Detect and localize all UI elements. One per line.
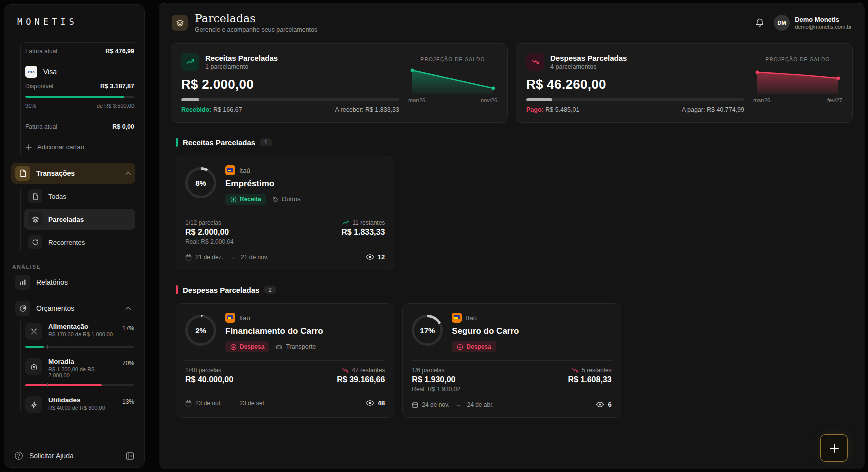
card-summary-panel: Fatura atual R$ 476,99 VISA Visa Disponí… [24,42,136,158]
sidebar-item-recorrentes[interactable]: Recorrentes [24,232,136,253]
sidebar-item-todas[interactable]: Todas [24,186,136,207]
divider [24,115,136,115]
add-installment-fab[interactable] [820,434,848,462]
budget-percent: 17% [122,323,134,332]
plus-icon [829,443,840,454]
real-amount: Real: R$ 1.930,02 [412,386,460,393]
section-count-badge: 1 [260,138,272,146]
layers-icon [28,212,42,226]
summary-card-despesas: Despesas Parceladas 4 parcelamentos R$ 4… [516,43,853,123]
fatura-value: R$ 476,99 [106,48,134,55]
budget-item-moradia[interactable]: Moradia R$ 1.200,00 de R$ 2.000,00 70% [24,354,136,392]
user-menu[interactable]: DM Demo Monetis demo@monetis.com.br [774,15,852,31]
views-count[interactable]: 6 [596,401,612,408]
sidebar-item-transacoes[interactable]: Transações [12,163,136,184]
budget-percent: 13% [122,396,134,405]
budget-name: Alimentação [48,323,113,330]
restantes-value: R$ 39.166,66 [337,375,385,384]
fatura2-value: R$ 0,00 [112,123,134,130]
budget-detail: R$ 170,00 de R$ 1.000,00 [48,331,113,337]
card-amount: R$ 1.930,00 [412,375,460,384]
sidebar-scroll-area[interactable]: Fatura atual R$ 476,99 VISA Visa Disponí… [4,37,144,444]
summary-paid: Recebido: R$ 166,67 [182,106,242,113]
limit-row: 91% de R$ 3.500,00 [24,100,136,112]
views-count[interactable]: 12 [366,253,385,261]
layers-icon [172,15,188,31]
date-range: 23 de out. → 23 de set. [186,399,266,407]
section-accent-bar [176,138,178,147]
sidebar-item-relatorios[interactable]: Relatórios [12,272,136,293]
section-header-receitas: Receitas Parceladas 1 [176,138,848,147]
x-axis-start: mar/26 [408,97,426,103]
add-card-label: Adicionar cartão [38,143,84,151]
sidebar-item-orcamentos[interactable]: Orçamentos [12,298,136,319]
sidebar-item-parceladas[interactable]: Parceladas [24,209,136,230]
summary-count: 1 parcelamento [206,63,278,70]
plus-icon [26,144,32,151]
budget-item-utilidades[interactable]: Utilidades R$ 40,00 de R$ 300,00 13% [24,392,136,414]
projection-chart-despesas: PROJEÇÃO DE SALDO mar/26 fev/27 [754,53,842,113]
available-label: Disponível [26,83,54,90]
add-card-button[interactable]: Adicionar cartão [24,135,136,158]
x-axis-end: fev/27 [828,97,842,103]
line-chart-red [754,66,842,95]
projection-label: PROJEÇÃO DE SALDO [408,57,498,62]
summary-paid: Pago: R$ 5.485,01 [526,106,580,113]
home-icon [26,358,42,375]
page-subtitle: Gerencie e acompanhe seus parcelamentos [195,26,318,33]
type-badge-despesa: Despesa [452,341,496,352]
despesas-card-grid: 2% Itaú Financiamento do Carro Despesa [176,303,848,418]
collapse-sidebar-icon[interactable] [126,452,134,460]
summary-total: R$ 46.260,00 [526,77,744,92]
page-header: Parceladas Gerencie e acompanhe seus par… [159,3,865,40]
utensils-icon [26,323,42,340]
app-logo: MONETIS [18,17,132,27]
budget-detail: R$ 40,00 de R$ 300,00 [48,405,106,411]
restantes-value: R$ 1.833,33 [342,228,385,237]
page-title: Parceladas [195,12,318,25]
type-badge-receita: Receita [226,194,266,205]
date-range: 24 de nov. → 24 de abr. [412,401,494,408]
date-range: 21 de dez. → 21 de nov. [186,253,268,261]
budget-name: Utilidades [48,396,106,404]
installment-card-financiamento[interactable]: 2% Itaú Financiamento do Carro Despesa [176,303,394,418]
itau-logo [452,313,462,323]
summary-title: Receitas Parceladas [206,54,278,62]
sidebar-item-label: Orçamentos [36,304,120,312]
installment-card-emprestimo[interactable]: 8% Itaú Empréstimo Receita [176,156,394,270]
itau-logo [226,313,236,323]
card-amount: R$ 2.000,00 [186,228,234,237]
card-limit-progress [26,96,134,98]
sidebar: MONETIS Fatura atual R$ 476,99 VISA Visa… [4,4,145,468]
visa-card-name: Visa [44,68,57,76]
summary-remaining: A pagar: R$ 40.774,99 [682,106,744,113]
section-header-despesas: Despesas Parceladas 2 [176,285,848,294]
budget-item-alimentacao[interactable]: Alimentação R$ 170,00 de R$ 1.000,00 17% [24,319,136,354]
x-axis-start: mar/26 [754,97,770,103]
real-amount: Real: R$ 2.000,04 [186,238,234,245]
summary-progress [526,98,744,101]
limit-total: de R$ 3.500,00 [97,103,134,109]
progress-ring: 17% [412,315,443,346]
sidebar-item-label: Relatórios [36,278,132,286]
x-axis-end: nov/26 [481,97,498,103]
trending-down-icon [342,367,349,373]
tag-icon [272,196,279,203]
help-button[interactable]: Solicitar Ajuda [30,452,120,460]
section-title: Receitas Parceladas [183,138,256,147]
arrow-down-circle-icon [230,344,237,350]
receitas-card-grid: 8% Itaú Empréstimo Receita [176,156,848,270]
bell-icon[interactable] [755,18,765,28]
bank-name: Itaú [240,167,250,174]
budgets-group: Alimentação R$ 170,00 de R$ 1.000,00 17% [12,319,136,414]
arrow-right-icon: → [455,401,462,408]
car-icon [276,344,283,350]
main-panel: Parceladas Gerencie e acompanhe seus par… [159,3,865,469]
trending-down-icon [526,53,544,71]
views-count[interactable]: 48 [366,399,385,407]
installment-card-seguro[interactable]: 17% Itaú Seguro do Carro Despesa [402,303,621,418]
limit-percent: 91% [26,103,36,109]
analise-section-label: ANÁLISE [12,264,134,270]
chevron-up-icon [126,171,132,175]
visa-card-row[interactable]: VISA Visa [24,60,136,82]
